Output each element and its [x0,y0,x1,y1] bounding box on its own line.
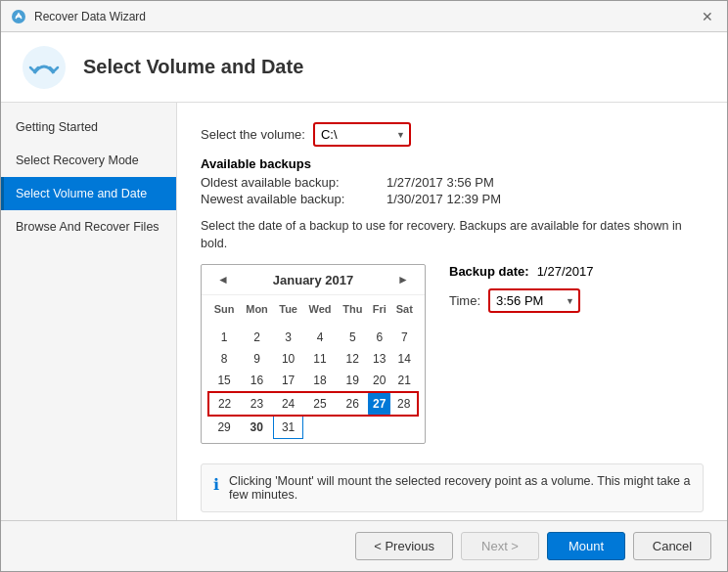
day-header-mon: Mon [240,299,274,319]
time-select-wrapper: 3:56 PM 12:39 PM [488,288,580,313]
content-area: Getting Started Select Recovery Mode Sel… [1,103,727,520]
calendar-week-row: 1234567 [208,327,418,348]
calendar-day [390,319,418,327]
footer: < Previous Next > Mount Cancel [1,520,727,571]
calendar-next-button[interactable]: ► [391,271,415,288]
newest-backup-value: 1/30/2017 12:39 PM [387,192,501,206]
calendar-day[interactable]: 25 [302,392,337,416]
calendar-day [368,319,390,327]
calendar-week-row: 891011121314 [208,348,418,370]
close-button[interactable]: ✕ [698,7,717,26]
calendar-day [302,416,337,439]
day-header-thu: Thu [338,299,368,319]
calendar-day[interactable]: 31 [274,416,303,439]
sidebar-item-select-volume-date[interactable]: Select Volume and Date [1,177,176,210]
sidebar-item-getting-started[interactable]: Getting Started [1,110,176,144]
calendar-day[interactable]: 28 [390,392,418,416]
volume-label: Select the volume: [201,127,305,142]
available-backups-section: Available backups Oldest available backu… [201,156,704,206]
time-label: Time: [449,293,480,308]
cancel-button[interactable]: Cancel [633,532,711,560]
title-bar-left: Recover Data Wizard [11,9,146,24]
calendar-day[interactable]: 2 [240,327,274,348]
calendar-week-row: 22232425262728 [208,392,418,416]
calendar-day[interactable]: 10 [274,348,303,370]
calendar-day[interactable]: 7 [390,327,418,348]
calendar-prev-button[interactable]: ◄ [211,271,235,288]
calendar-day[interactable]: 18 [302,370,337,392]
mount-button[interactable]: Mount [547,532,625,560]
calendar-day[interactable]: 5 [338,327,368,348]
calendar-day[interactable]: 19 [338,370,368,392]
calendar-header: ◄ January 2017 ► [202,265,425,295]
calendar-section: ◄ January 2017 ► Sun Mon Tue Wed [201,264,704,444]
oldest-backup-row: Oldest available backup: 1/27/2017 3:56 … [201,175,704,190]
time-row: Time: 3:56 PM 12:39 PM [449,288,593,313]
calendar-day[interactable]: 30 [240,416,274,439]
sidebar: Getting Started Select Recovery Mode Sel… [1,103,177,520]
previous-button[interactable]: < Previous [355,532,453,560]
page-title: Select Volume and Date [83,56,303,78]
day-header-sun: Sun [208,299,240,319]
calendar-day[interactable]: 16 [240,370,274,392]
calendar-grid: Sun Mon Tue Wed Thu Fri Sat 123 [207,299,419,439]
calendar-day[interactable]: 6 [368,327,390,348]
info-icon: ℹ [213,475,219,494]
calendar-day [338,416,368,439]
calendar-day[interactable]: 29 [208,416,240,439]
calendar-day[interactable]: 13 [368,348,390,370]
calendar: ◄ January 2017 ► Sun Mon Tue Wed [201,264,426,444]
calendar-day[interactable]: 8 [208,348,240,370]
time-select[interactable]: 3:56 PM 12:39 PM [488,288,580,313]
calendar-day[interactable]: 15 [208,370,240,392]
volume-select-wrapper: C:\ D:\ E:\ [313,122,411,147]
backup-date-value: 1/27/2017 [537,264,594,279]
calendar-day[interactable]: 11 [302,348,337,370]
sidebar-item-browse-recover-files[interactable]: Browse And Recover Files [1,210,176,243]
calendar-week-row [208,319,418,327]
calendar-day[interactable]: 1 [208,327,240,348]
day-header-tue: Tue [274,299,303,319]
calendar-day [390,416,418,439]
calendar-week-row: 293031 [208,416,418,439]
newest-backup-label: Newest available backup: [201,192,387,206]
calendar-day[interactable]: 21 [390,370,418,392]
calendar-day[interactable]: 22 [208,392,240,416]
window-title: Recover Data Wizard [34,10,146,23]
calendar-day[interactable]: 23 [240,392,274,416]
oldest-backup-label: Oldest available backup: [201,175,387,190]
newest-backup-row: Newest available backup: 1/30/2017 12:39… [201,192,704,206]
backup-date-row: Backup date: 1/27/2017 [449,264,593,279]
calendar-day[interactable]: 26 [338,392,368,416]
calendar-day[interactable]: 4 [302,327,337,348]
volume-field-row: Select the volume: C:\ D:\ E:\ [201,122,704,147]
calendar-day[interactable]: 17 [274,370,303,392]
date-options-panel: Backup date: 1/27/2017 Time: 3:56 PM 12:… [449,264,593,313]
calendar-day[interactable]: 12 [338,348,368,370]
header-icon [21,44,68,91]
calendar-day[interactable]: 3 [274,327,303,348]
calendar-month-year: January 2017 [273,273,353,287]
info-text: Clicking 'Mount' will mount the selected… [229,474,691,502]
volume-select[interactable]: C:\ D:\ E:\ [313,122,411,147]
calendar-day [274,319,303,327]
backup-date-label: Backup date: [449,264,529,279]
header: Select Volume and Date [1,32,727,103]
calendar-day[interactable]: 20 [368,370,390,392]
next-button: Next > [461,532,539,560]
sidebar-item-select-recovery-mode[interactable]: Select Recovery Mode [1,144,176,177]
calendar-day[interactable]: 27 [368,392,390,416]
info-section: ℹ Clicking 'Mount' will mount the select… [201,463,704,512]
calendar-day [368,416,390,439]
calendar-week-row: 15161718192021 [208,370,418,392]
title-bar: Recover Data Wizard ✕ [1,1,727,32]
calendar-day[interactable]: 14 [390,348,418,370]
date-selection-instructions: Select the date of a backup to use for r… [201,218,704,252]
calendar-day[interactable]: 24 [274,392,303,416]
main-content: Select the volume: C:\ D:\ E:\ Available… [177,103,727,520]
calendar-day [208,319,240,327]
day-header-sat: Sat [390,299,418,319]
calendar-header-row: Sun Mon Tue Wed Thu Fri Sat [208,299,418,319]
calendar-day[interactable]: 9 [240,348,274,370]
available-backups-title: Available backups [201,156,704,171]
